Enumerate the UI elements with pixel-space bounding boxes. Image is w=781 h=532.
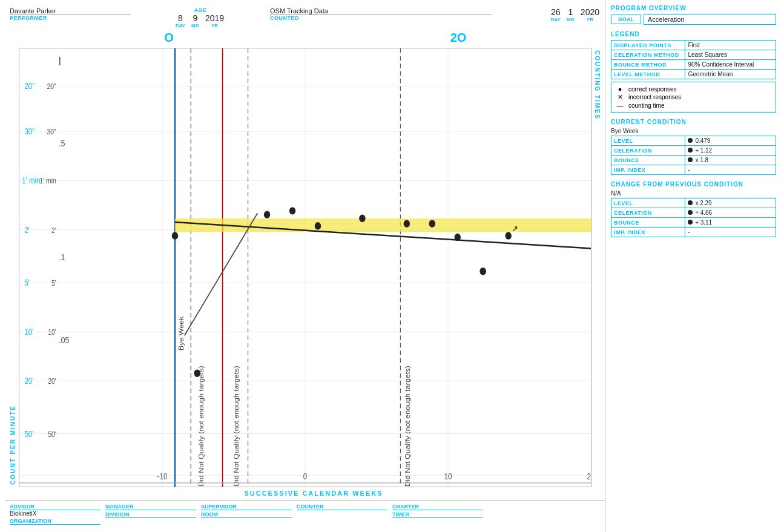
svg-text:20': 20' bbox=[48, 377, 56, 385]
change-key: LEVEL bbox=[611, 199, 685, 208]
condition-row: IMP. INDEX- bbox=[611, 165, 776, 175]
charter-label: CHARTER bbox=[392, 504, 483, 510]
legend-key: CELERATION METHOD bbox=[611, 50, 685, 60]
timer-label: TIMER bbox=[392, 511, 483, 518]
svg-text:50': 50' bbox=[48, 430, 56, 438]
end-mo: 1 bbox=[568, 7, 573, 17]
legend-val: Geometric Mean bbox=[685, 70, 776, 79]
legend-correct: ● correct responses bbox=[614, 85, 773, 93]
counting-time-symbol: — bbox=[614, 102, 626, 109]
svg-text:10': 10' bbox=[48, 328, 56, 336]
start-yr: 2019 bbox=[205, 13, 224, 23]
change-val: ÷ 4.86 bbox=[685, 208, 776, 218]
correct-label: correct responses bbox=[628, 86, 676, 93]
end-yr: 2020 bbox=[581, 7, 599, 17]
svg-text:20": 20" bbox=[47, 83, 56, 91]
change-val: ÷ 3.11 bbox=[685, 218, 776, 228]
legend-key: LEVEL METHOD bbox=[611, 70, 685, 79]
legend-row: LEVEL METHODGeometric Mean bbox=[611, 70, 776, 79]
advisor-value: BiokinetiX bbox=[10, 510, 101, 517]
change-val: - bbox=[685, 228, 776, 237]
legend-row: DISPLAYED POINTSFirst bbox=[611, 41, 776, 50]
condition-key: CELERATION bbox=[611, 146, 685, 156]
svg-text:Did Not Qualify (not enough ta: Did Not Qualify (not enough targets) bbox=[198, 366, 205, 487]
change-key: BOUNCE bbox=[611, 218, 685, 228]
room-label: ROOM bbox=[201, 511, 292, 518]
goal-label: GOAL bbox=[611, 15, 641, 24]
svg-text:10: 10 bbox=[444, 472, 452, 481]
condition-row: BOUNCEx 1.8 bbox=[611, 156, 776, 165]
svg-point-49 bbox=[404, 220, 410, 227]
svg-text:5': 5' bbox=[51, 279, 56, 287]
origin-label: O bbox=[164, 31, 174, 45]
condition-row: LEVEL0.479 bbox=[611, 136, 776, 146]
correct-symbol: ● bbox=[614, 85, 626, 93]
end-mo-label: MO bbox=[567, 17, 575, 22]
svg-text:20': 20' bbox=[24, 376, 33, 386]
svg-point-46 bbox=[289, 207, 295, 214]
svg-text:5': 5' bbox=[24, 278, 30, 287]
svg-text:.5: .5 bbox=[59, 138, 65, 148]
svg-text:2': 2' bbox=[51, 226, 56, 234]
condition-key: IMP. INDEX bbox=[611, 165, 685, 175]
change-from-previous-table: LEVELx 2.29CELERATION÷ 4.86BOUNCE÷ 3.11I… bbox=[611, 198, 776, 237]
condition-val: ÷ 1.12 bbox=[685, 146, 776, 156]
right-panel: PROGRAM OVERVIEW GOAL Acceleration LEGEN… bbox=[605, 0, 781, 532]
legend-row: BOUNCE METHOD90% Confidence Interval bbox=[611, 60, 776, 70]
start-day: 8 bbox=[178, 13, 183, 23]
svg-point-50 bbox=[429, 220, 435, 227]
division-label: DIVISION bbox=[105, 511, 196, 518]
svg-point-47 bbox=[315, 222, 321, 229]
current-condition-table: LEVEL0.479CELERATION÷ 1.12BOUNCEx 1.8IMP… bbox=[611, 136, 776, 175]
svg-rect-41 bbox=[175, 218, 591, 232]
legend-key: DISPLAYED POINTS bbox=[611, 41, 685, 50]
current-condition-section: CURRENT CONDITION Bye Week LEVEL0.479CEL… bbox=[611, 119, 776, 175]
svg-text:.05: .05 bbox=[59, 335, 70, 345]
svg-point-48 bbox=[359, 215, 365, 222]
change-row: LEVELx 2.29 bbox=[611, 199, 776, 208]
legend-key: BOUNCE METHOD bbox=[611, 60, 685, 70]
advisor-label: ADVISOR bbox=[10, 504, 101, 510]
svg-text:-10: -10 bbox=[157, 472, 168, 481]
change-key: CELERATION bbox=[611, 208, 685, 218]
svg-point-45 bbox=[264, 211, 270, 218]
svg-text:Did Not Qualify (not enough ta: Did Not Qualify (not enough targets) bbox=[233, 366, 240, 487]
counted-label: COUNTED bbox=[270, 15, 492, 21]
condition-key: BOUNCE bbox=[611, 156, 685, 165]
supervisor-label: SUPERVISOR bbox=[201, 504, 292, 510]
end-day: 26 bbox=[551, 7, 561, 17]
incorrect-symbol: ✕ bbox=[614, 93, 626, 101]
incorrect-label: incorrect responses bbox=[628, 94, 681, 100]
manager-label: MANAGER bbox=[105, 504, 196, 510]
counter-label: COUNTER bbox=[297, 504, 387, 510]
svg-text:30": 30" bbox=[24, 127, 35, 136]
svg-text:Bye Week: Bye Week bbox=[178, 316, 185, 350]
svg-text:|: | bbox=[59, 55, 61, 65]
svg-text:1' min: 1' min bbox=[39, 177, 56, 185]
counting-time-label: counting time bbox=[628, 102, 664, 109]
legend-symbols: ● correct responses ✕ incorrect response… bbox=[611, 82, 776, 113]
change-row: CELERATION÷ 4.86 bbox=[611, 208, 776, 218]
x-axis-label: SUCCESSIVE CALENDAR WEEKS bbox=[24, 487, 603, 499]
legend-row: CELERATION METHODLeast Squares bbox=[611, 50, 776, 60]
svg-text:1' min: 1' min bbox=[22, 177, 40, 186]
legend-val: First bbox=[685, 41, 776, 50]
svg-text:30": 30" bbox=[47, 128, 56, 136]
legend-val: Least Squares bbox=[685, 50, 776, 60]
footer: ADVISOR BiokinetiX ORGANIZATION MANAGER … bbox=[5, 501, 605, 527]
goal-value: Acceleration bbox=[644, 14, 776, 25]
legend-section: LEGEND DISPLAYED POINTSFirstCELERATION M… bbox=[611, 31, 776, 113]
chart-area: 20" 30" 1' min 2' 5' 10' 20' 50' 20" 30"… bbox=[19, 48, 592, 487]
end-yr-label: YR bbox=[587, 17, 593, 22]
y-axis-left-label: COUNT PER MINUTE bbox=[7, 48, 19, 487]
performer-value: Davante Parker bbox=[10, 7, 131, 15]
age-label: AGE bbox=[194, 7, 206, 13]
condition-val: 0.479 bbox=[685, 136, 776, 146]
legend-title: LEGEND bbox=[611, 31, 776, 38]
svg-text:20": 20" bbox=[24, 82, 35, 91]
svg-text:Did Not Qualify (not enough ta: Did Not Qualify (not enough targets) bbox=[404, 366, 411, 487]
svg-point-51 bbox=[454, 234, 460, 241]
y-axis-right-label: COUNTING TIMES bbox=[592, 48, 603, 487]
change-subtitle: N/A bbox=[611, 190, 776, 197]
svg-text:50': 50' bbox=[24, 430, 33, 439]
